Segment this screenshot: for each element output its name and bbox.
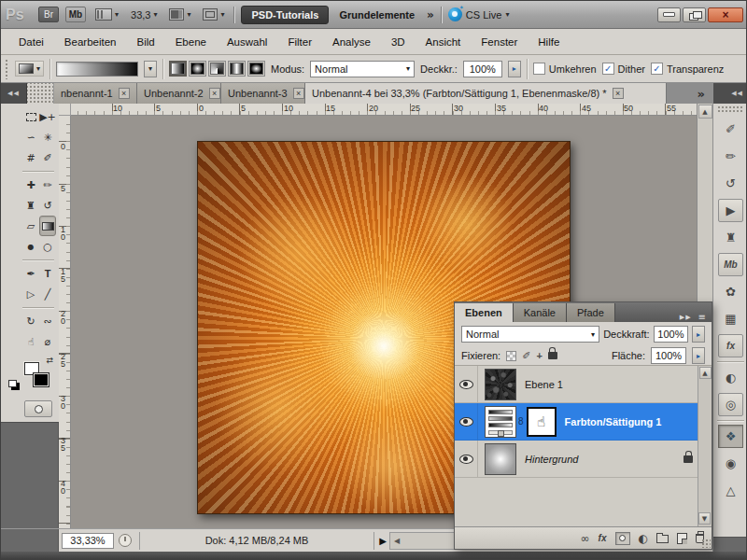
- menu-analyse[interactable]: Analyse: [322, 33, 381, 51]
- new-adjustment-layer-button[interactable]: ◐: [639, 532, 648, 545]
- opacity-slider-button[interactable]: ▸: [508, 61, 521, 77]
- dodge-tool[interactable]: ○: [39, 236, 56, 257]
- pen-tool[interactable]: ✒: [22, 263, 39, 284]
- angle-gradient-button[interactable]: [208, 61, 226, 77]
- eraser-tool[interactable]: ▱: [22, 216, 39, 236]
- scroll-up-icon[interactable]: ▲: [699, 367, 712, 379]
- line-tool[interactable]: ╱: [39, 284, 56, 304]
- tab-ebenen[interactable]: Ebenen: [455, 303, 514, 322]
- flaeche-slider-button[interactable]: ▸: [692, 347, 705, 364]
- menu-fenster[interactable]: Fenster: [471, 33, 528, 51]
- history-brush-tool[interactable]: ↺: [39, 195, 56, 216]
- panel-resize-grip[interactable]: [701, 539, 711, 548]
- lock-all-icon[interactable]: [548, 352, 557, 359]
- swatches-panel-icon[interactable]: ✿: [718, 280, 743, 303]
- close-icon[interactable]: ×: [209, 88, 220, 99]
- panel-menu-icon[interactable]: ≡: [698, 312, 706, 322]
- minibridge-button[interactable]: Mb: [65, 7, 86, 22]
- menu-ansicht[interactable]: Ansicht: [416, 33, 472, 51]
- brush-tool[interactable]: ✏: [39, 175, 56, 195]
- close-button[interactable]: ×: [708, 7, 743, 22]
- transparenz-checkbox[interactable]: ✓ Transparenz: [651, 63, 724, 75]
- tool-preset-picker[interactable]: ▾: [15, 61, 44, 77]
- workspace-psd-tutorials[interactable]: PSD-Tutorials: [241, 6, 329, 24]
- menu-bearbeiten[interactable]: Bearbeiten: [54, 33, 127, 51]
- eyedropper-tool[interactable]: ✐: [39, 147, 56, 168]
- gradient-tool-selected[interactable]: [39, 216, 56, 236]
- visibility-cell[interactable]: [455, 441, 478, 477]
- panel-dock-collapse-button[interactable]: ◀◀: [713, 83, 747, 104]
- blur-tool[interactable]: ●: [22, 236, 39, 257]
- magic-wand-tool[interactable]: ✳: [39, 127, 56, 147]
- arrange-documents-button[interactable]: ▾: [166, 7, 193, 22]
- crop-tool[interactable]: #: [22, 147, 39, 168]
- new-group-button[interactable]: [656, 535, 669, 543]
- tab-unbenannt-4-active[interactable]: Unbenannt-4 bei 33,3% (Farbton/Sättigung…: [305, 83, 667, 104]
- tab-overflow-button[interactable]: »: [698, 87, 712, 101]
- dither-checkbox[interactable]: ✓ Dither: [602, 63, 645, 75]
- layer-row-farbton-saettigung-selected[interactable]: 8 ☝ Farbton/Sättigung 1: [455, 403, 712, 441]
- menu-auswahl[interactable]: Auswahl: [217, 33, 277, 51]
- healing-brush-tool[interactable]: ✚: [22, 175, 39, 195]
- toolbar-grip[interactable]: [27, 83, 54, 104]
- blend-mode-select[interactable]: Normal ▾: [310, 61, 415, 77]
- 3d-rotate-tool[interactable]: ↻: [22, 311, 39, 331]
- mini-bridge-panel-icon[interactable]: Mb: [718, 253, 743, 276]
- zoom-level-button[interactable]: 33,3 ▾: [128, 7, 160, 22]
- visibility-cell[interactable]: [455, 366, 478, 402]
- panel-dock-grip[interactable]: [717, 105, 744, 114]
- deckkraft-slider-button[interactable]: ▸: [692, 326, 705, 343]
- color-panel-icon[interactable]: ▦: [718, 307, 743, 330]
- radial-gradient-button[interactable]: [189, 61, 206, 77]
- diamond-gradient-button[interactable]: [247, 61, 265, 77]
- panel-collapse-icon[interactable]: ▶▶: [680, 314, 692, 321]
- menu-hilfe[interactable]: Hilfe: [528, 33, 570, 51]
- paths-panel-icon[interactable]: △: [718, 479, 743, 502]
- menu-datei[interactable]: Datei: [8, 33, 54, 51]
- zoom-percentage-input[interactable]: 33,33%: [62, 533, 114, 549]
- scroll-left-icon[interactable]: ◀: [394, 537, 400, 545]
- layer-thumbnail[interactable]: [485, 443, 516, 475]
- layer-style-button[interactable]: fx: [599, 533, 607, 543]
- lock-position-icon[interactable]: +: [536, 350, 542, 361]
- rectangular-marquee-tool[interactable]: [22, 106, 39, 127]
- restore-button[interactable]: [683, 7, 706, 22]
- close-icon[interactable]: ×: [293, 88, 304, 99]
- link-layers-button[interactable]: ∞: [581, 532, 590, 545]
- lasso-tool[interactable]: ∽: [22, 127, 39, 147]
- menu-ebene[interactable]: Ebene: [165, 33, 217, 51]
- background-color-swatch[interactable]: [34, 373, 49, 386]
- quick-mask-button[interactable]: [24, 400, 52, 417]
- layer-thumbnail[interactable]: [485, 369, 516, 400]
- tab-kanaele[interactable]: Kanäle: [514, 303, 567, 322]
- hand-tool[interactable]: ☝: [22, 331, 39, 352]
- scroll-up-icon[interactable]: ▲: [698, 105, 712, 119]
- new-layer-button[interactable]: [677, 533, 687, 544]
- swap-colors-icon[interactable]: ⇄: [46, 356, 53, 365]
- tab-pfade[interactable]: Pfade: [567, 303, 615, 322]
- scroll-down-icon[interactable]: ▼: [698, 512, 711, 525]
- gradient-picker-button[interactable]: ▾: [144, 61, 157, 77]
- layer-name[interactable]: Hintergrund: [525, 454, 578, 465]
- minimize-button[interactable]: [657, 7, 681, 22]
- masks-panel-icon[interactable]: ◎: [718, 393, 743, 416]
- layer-name[interactable]: Ebene 1: [525, 379, 563, 390]
- view-extras-button[interactable]: ▾: [92, 7, 121, 22]
- deckkraft-input[interactable]: 100%: [654, 326, 689, 343]
- workspace-overflow-button[interactable]: »: [425, 8, 434, 21]
- default-colors-icon[interactable]: [8, 380, 17, 387]
- bridge-button[interactable]: Br: [38, 7, 59, 22]
- visibility-cell[interactable]: [455, 403, 478, 440]
- move-tool[interactable]: ▶+: [39, 106, 56, 127]
- umkehren-checkbox[interactable]: Umkehren: [533, 63, 597, 75]
- actions-panel-icon[interactable]: ▶: [718, 199, 743, 222]
- flaeche-input[interactable]: 100%: [651, 347, 686, 364]
- menu-bild[interactable]: Bild: [126, 33, 164, 51]
- zoom-tool[interactable]: ⌀: [39, 331, 56, 352]
- layer-row-ebene-1[interactable]: Ebene 1: [455, 366, 712, 403]
- brush-panel-icon[interactable]: ✐: [718, 118, 743, 141]
- type-tool[interactable]: T: [39, 263, 56, 284]
- lock-transparency-icon[interactable]: [506, 351, 516, 361]
- toolbar-collapse-button[interactable]: ◀◀: [1, 83, 27, 104]
- close-icon[interactable]: ×: [119, 88, 130, 99]
